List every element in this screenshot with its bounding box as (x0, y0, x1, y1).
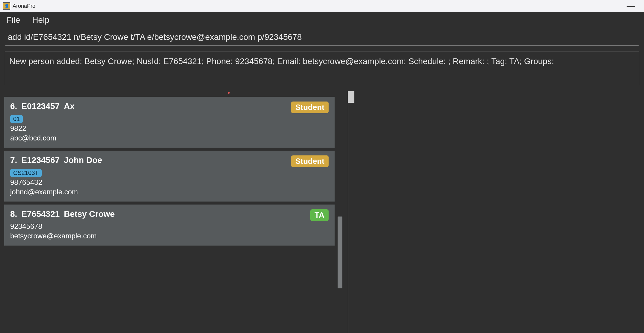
card-header: 8. E7654321 Betsy Crowe TA (10, 209, 329, 221)
person-index: 7. (10, 155, 17, 165)
tag-badge: TA (310, 209, 329, 221)
group-chip: CS2103T (10, 169, 42, 177)
person-name: John Doe (64, 155, 102, 165)
person-card[interactable]: 6. E0123457 Ax Student 01 9822 abc@bcd.c… (4, 97, 335, 148)
card-header: 7. E1234567 John Doe Student (10, 155, 329, 167)
person-email: johnd@example.com (10, 188, 329, 196)
minimize-button[interactable]: — (621, 1, 641, 11)
main-content: 6. E0123457 Ax Student 01 9822 abc@bcd.c… (0, 91, 644, 333)
person-phone: 98765432 (10, 178, 329, 187)
person-name: Betsy Crowe (64, 209, 115, 219)
divider-dot (228, 92, 230, 94)
person-email: betsycrowe@example.com (10, 232, 329, 240)
menu-file[interactable]: File (7, 15, 20, 25)
tag-badge: Student (291, 155, 329, 167)
app-title: AronaPro (13, 3, 35, 9)
person-nusid: E0123457 (21, 102, 60, 111)
person-card[interactable]: 8. E7654321 Betsy Crowe TA 92345678 bets… (4, 205, 335, 246)
tag-badge: Student (291, 102, 329, 113)
right-panel (348, 91, 644, 333)
person-index: 6. (10, 102, 17, 111)
person-phone: 92345678 (10, 222, 329, 231)
group-chip: 01 (10, 115, 23, 123)
command-input[interactable] (5, 30, 639, 46)
title-bar-left: 👤 AronaPro (3, 2, 35, 10)
person-nusid: E1234567 (21, 155, 60, 165)
person-nusid: E7654321 (21, 209, 60, 219)
right-scroll-indicator[interactable] (348, 91, 354, 103)
app-icon: 👤 (3, 2, 10, 10)
person-phone: 9822 (10, 124, 329, 133)
person-email: abc@bcd.com (10, 134, 329, 142)
person-name: Ax (64, 102, 75, 111)
command-input-wrap (0, 30, 644, 46)
app-body: File Help New person added: Betsy Crowe;… (0, 12, 644, 333)
person-index: 8. (10, 209, 17, 219)
card-header: 6. E0123457 Ax Student (10, 102, 329, 113)
menu-bar: File Help (0, 12, 644, 28)
result-display: New person added: Betsy Crowe; NusId: E7… (5, 51, 639, 85)
card-title: 7. E1234567 John Doe (10, 155, 102, 165)
card-title: 8. E7654321 Betsy Crowe (10, 209, 115, 219)
card-title: 6. E0123457 Ax (10, 102, 75, 111)
menu-help[interactable]: Help (32, 15, 49, 25)
title-bar: 👤 AronaPro — (0, 0, 644, 12)
person-list-panel: 6. E0123457 Ax Student 01 9822 abc@bcd.c… (0, 91, 348, 333)
scrollbar-thumb[interactable] (338, 217, 342, 288)
person-card[interactable]: 7. E1234567 John Doe Student CS2103T 987… (4, 151, 335, 202)
person-list[interactable]: 6. E0123457 Ax Student 01 9822 abc@bcd.c… (4, 91, 348, 246)
